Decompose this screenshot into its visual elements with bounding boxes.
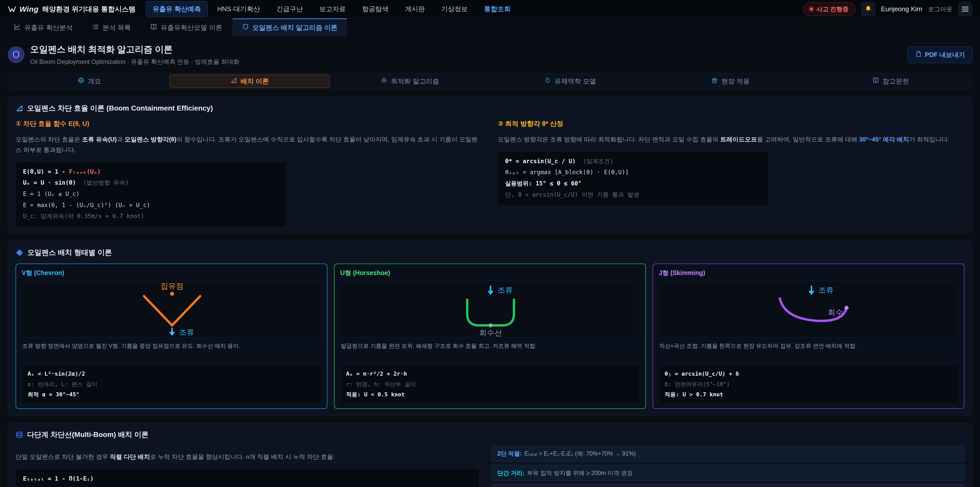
formula-line: δ: 안전여유각(5°~10°)	[665, 379, 953, 390]
formula-line: θ* = arcsin(U_c / U) (임계조건)	[505, 156, 761, 167]
v-current-label: 조류	[179, 328, 194, 336]
bell-icon	[865, 5, 872, 13]
main-menu: 유출유 확산예측 HNS·대기확산 긴급구난 보고자료 항공탐색 게시판 기상정…	[146, 1, 517, 17]
nav-item-hns-air-dispersion[interactable]: HNS·대기확산	[210, 1, 267, 17]
tab-label: 분석 목록	[102, 23, 130, 32]
v-collection-point-label: 집유점	[161, 282, 183, 290]
notifications-button[interactable]	[861, 2, 875, 16]
pdf-icon	[915, 51, 922, 59]
formula-line: E = max(0, 1 - (Uₙ/U_c)²) (Uₙ > U_c)	[23, 200, 279, 211]
j-shape-title: J형 (Skimming)	[659, 269, 958, 277]
tab-label: 유출유 확산분석	[24, 23, 73, 32]
card-title-text: 오일펜스 차단 효율 이론 (Boom Containment Efficien…	[27, 104, 213, 113]
v-shape-description: 조류 방향 정면에서 양옆으로 펼친 V형. 기름을 중앙 집유점으로 유도. …	[22, 342, 321, 361]
card-title-text: 오일펜스 배치 형태별 이론	[27, 248, 112, 257]
u-shape-formula-block: Aᵤ = π·r²/2 + 2r·h r: 반경, h: 직선부 길이 적용: …	[340, 365, 640, 404]
formula-line: Uₙ = U · sin(θ) (법선방향 유속)	[23, 177, 279, 188]
boom-shapes-card: 오일펜스 배치 형태별 이론 V형 (Chevron) 집유점 조류 조류 방향…	[8, 241, 972, 416]
card-title: 오일펜스 차단 효율 이론 (Boom Containment Efficien…	[16, 104, 964, 113]
formula-line: Eₜₒₜₐₗ = 1 - Π(1-Eᵢ)	[23, 473, 472, 484]
j-current-label: 조류	[818, 286, 834, 294]
incident-status-badge: 사고 진행중	[803, 2, 856, 16]
formula-line: 적용: U > 0.7 knot	[665, 390, 953, 400]
j-current-arrowhead	[808, 291, 815, 295]
nav-item-aerial-search[interactable]: 항공탐색	[355, 1, 396, 17]
section-tab-label: 배치 이론	[240, 77, 269, 86]
incident-badge-label: 사고 진행중	[816, 5, 849, 13]
section-tab-deployment-theory[interactable]: 배치 이론	[169, 75, 330, 88]
u-shape-diagram: 조류 회수선	[340, 281, 640, 337]
tab-boom-algorithm-theory[interactable]: 오일펜스 배치 알고리즘 이론	[232, 18, 347, 36]
formula-line: E(θ,U) = 1 - Fₗₑₐₖ(Uₙ)	[23, 166, 279, 177]
u-recovery-vessel-label: 회수선	[479, 329, 502, 337]
section-tab-hydrodynamics-model[interactable]: 유체역학 모델	[490, 75, 650, 88]
tab-analysis-list[interactable]: 분석 목록	[83, 18, 140, 36]
j-shape-description: 직선+곡선 조합. 기름을 한쪽으로 현장 유도하여 집유. 강조류 연안 배치…	[659, 342, 958, 361]
u-current-arrowhead	[488, 291, 493, 295]
section-tab-label: 개요	[88, 77, 101, 86]
optimal-angle-heading: ② 최적 방향각 θ* 산정	[498, 119, 964, 128]
u-shape-description: 말굽형으로 기름을 완전 포위. 폐쇄형 구조로 회수 효율 최고. 저조류 해…	[341, 342, 639, 361]
section-tab-label: 현장 적용	[721, 77, 749, 86]
nav-item-spill-prediction[interactable]: 유출유 확산예측	[146, 1, 208, 17]
brand[interactable]: Wing 해양환경 위기대응 통합시스템	[8, 5, 135, 14]
formula-line: E ≈ 1 (Uₙ ≤ U_c)	[23, 188, 279, 200]
efficiency-formula-block: E(θ,U) = 1 - Fₗₑₐₖ(Uₙ) Uₙ = U · sin(θ) (…	[16, 161, 286, 227]
formula-line: θⱼ = arcsin(U_c/U) + δ	[665, 369, 953, 379]
tab-spill-analysis[interactable]: 유출유 확산분석	[5, 18, 82, 36]
j-shape-diagram: 조류 회수	[659, 281, 958, 337]
j-shape-card: J형 (Skimming) 조류 회수 직선+곡선 조합. 기름을 한쪽으로 현…	[652, 263, 964, 409]
multi-boom-notes: 2단 직렬:Eₜₒₜₐₗ = E₁+E₂-E₁E₂ (예: 70%+70% → …	[492, 445, 964, 487]
section-tab-bar: 개요 배치 이론 최적화 알고리즘 유체역학 모델 현장 적용 참고문헌	[8, 73, 972, 89]
references-book-icon	[872, 77, 879, 86]
card-title: 다단계 차단선(Multi-Boom) 배치 이론	[16, 430, 964, 439]
v-shape-diagram: 집유점 조류	[22, 281, 321, 337]
tab-label: 오일펜스 배치 알고리즘 이론	[252, 23, 338, 32]
optimal-angle-description: 오일펜스 방향각은 조류 방향에 따라 최적화됩니다. 차단 면적과 오일 수집…	[498, 134, 964, 145]
nav-item-emergency-rescue[interactable]: 긴급구난	[269, 1, 310, 17]
section-tab-overview[interactable]: 개요	[9, 75, 169, 88]
shield-icon	[242, 23, 249, 32]
note-deployment-priority: 배치 우선순위:ESI 고등급 구역 보호 → 취수원 → 어항 순	[492, 484, 964, 487]
efficiency-function-description: 오일펜스의 차단 효율은 조류 유속(U)과 오일펜스 방향각(θ)의 함수입니…	[16, 134, 482, 155]
formula-line: θₒₚₜ = argmax [A_block(θ) · E(θ,U)]	[505, 167, 761, 178]
nav-item-integrated-search[interactable]: 통합조회	[477, 1, 517, 17]
section-tab-label: 최적화 알고리즘	[391, 77, 439, 86]
wing-logo-icon	[8, 5, 16, 14]
droplet-icon	[544, 77, 551, 86]
section-tab-optimization-algorithm[interactable]: 최적화 알고리즘	[330, 75, 490, 88]
menu-button[interactable]	[958, 2, 972, 16]
efficiency-function-column: ① 차단 효율 함수 E(θ, U) 오일펜스의 차단 효율은 조류 유속(U)…	[16, 119, 482, 227]
pdf-export-button[interactable]: PDF 내보내기	[908, 46, 972, 63]
j-shape-formula-block: θⱼ = arcsin(U_c/U) + δ δ: 안전여유각(5°~10°) …	[659, 365, 958, 404]
section-tab-label: 참고문헌	[883, 77, 909, 86]
tab-label: 유출유확산모델 이론	[161, 23, 222, 32]
v-shape-card: V형 (Chevron) 집유점 조류 조류 방향 정면에서 양옆으로 펼친 V…	[16, 263, 328, 409]
pdf-button-label: PDF 내보내기	[925, 51, 965, 59]
nav-item-board[interactable]: 게시판	[398, 1, 432, 17]
page-title: 오일펜스 배치 최적화 알고리즘 이론	[30, 43, 239, 56]
nav-item-reports[interactable]: 보고자료	[312, 1, 353, 17]
j-recovery-dot	[845, 306, 849, 310]
multi-boom-description: 단일 오일펜스로 차단 불가한 경우 직렬 다단 배치로 누적 차단 효율을 향…	[16, 452, 479, 462]
section-tab-field-application[interactable]: 현장 적용	[650, 75, 811, 88]
user-name: Eunjeong Kim	[881, 5, 922, 13]
formula-line: 실용범위: 15° ≤ θ ≤ 60°	[505, 178, 761, 189]
section-tab-references[interactable]: 참고문헌	[811, 75, 971, 88]
nav-right-area: 사고 진행중 Eunjeong Kim 로그아웃	[803, 2, 972, 16]
globe-icon	[78, 77, 84, 86]
tab-spill-model-theory[interactable]: 유출유확산모델 이론	[141, 18, 231, 36]
brand-title: 해양환경 위기대응 통합시스템	[42, 5, 135, 14]
incident-status-dot	[810, 7, 813, 11]
diamond-icon	[16, 249, 23, 256]
j-recovery-label: 회수	[828, 308, 843, 316]
formula-line: Aᵥ = L²·sin(2α)/2	[27, 369, 315, 379]
v-collection-point-dot	[170, 292, 174, 296]
sub-tab-bar: 유출유 확산분석 분석 목록 유출유확산모델 이론 오일펜스 배치 알고리즘 이…	[0, 18, 980, 36]
card-title: 오일펜스 배치 형태별 이론	[16, 248, 964, 257]
logout-link[interactable]: 로그아웃	[928, 5, 953, 13]
optimal-angle-formula-block: θ* = arcsin(U_c / U) (임계조건) θₒₚₜ = argma…	[498, 151, 768, 205]
v-current-arrowhead	[169, 332, 175, 336]
nav-item-weather-info[interactable]: 기상정보	[434, 1, 475, 17]
list-icon	[92, 23, 99, 32]
